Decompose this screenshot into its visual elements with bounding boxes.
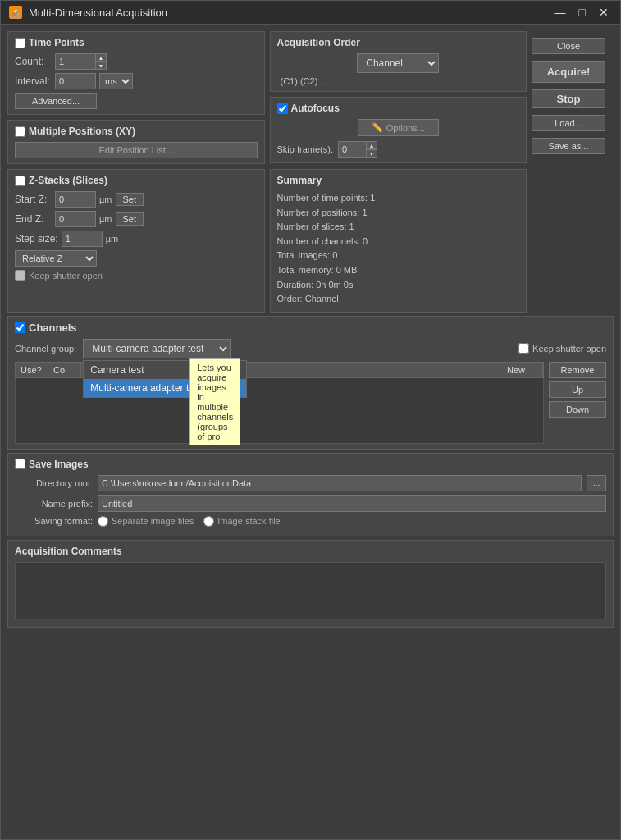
name-prefix-input[interactable] (98, 495, 606, 512)
summary-line: Total images: 0 (277, 249, 520, 263)
keep-shutter-channels-checkbox[interactable] (518, 343, 529, 354)
pencil-icon: ✏️ (372, 122, 383, 133)
skip-down-button[interactable]: ▼ (366, 149, 377, 158)
down-channel-button[interactable]: Down (549, 401, 606, 418)
channel-option-camera-test[interactable]: Camera test (84, 361, 246, 379)
acquisition-comments-section: Acquisition Comments (7, 540, 614, 628)
saving-format-options: Separate image files Image stack file (98, 516, 281, 527)
stack-file-label: Image stack file (217, 516, 280, 526)
autofocus-panel: Autofocus ✏️ Options... Skip frame(s): ▲ (270, 97, 527, 163)
up-channel-button[interactable]: Up (549, 381, 606, 398)
save-images-checkbox[interactable] (15, 459, 25, 469)
dir-root-label: Directory root: (15, 478, 93, 488)
dir-root-input[interactable] (98, 475, 582, 491)
maximize-button[interactable]: □ (576, 6, 589, 19)
step-size-input[interactable] (62, 231, 103, 247)
separate-files-radio[interactable] (98, 516, 108, 527)
channels-checkbox[interactable] (15, 322, 25, 333)
summary-lines: Number of time points: 1Number of positi… (277, 191, 520, 307)
minimize-button[interactable]: — (551, 6, 569, 19)
save-images-section: Save Images Directory root: ... Name pre… (7, 453, 614, 536)
channels-side-buttons: Remove Up Down (549, 362, 606, 418)
autofocus-checkbox[interactable] (277, 103, 288, 114)
remove-channel-button[interactable]: Remove (549, 362, 606, 378)
z-stacks-checkbox-label[interactable]: Z-Stacks (Slices) (15, 175, 107, 186)
close-window-button[interactable]: ✕ (596, 6, 612, 19)
stack-file-radio[interactable] (203, 516, 214, 527)
app-icon: 🔬 (9, 6, 22, 19)
col-use: Use? (16, 363, 48, 377)
end-z-unit: µm (99, 214, 112, 224)
count-up-button[interactable]: ▲ (95, 53, 107, 62)
time-points-panel: Time Points Count: ▲ ▼ Interval: (7, 31, 265, 115)
right-action-buttons: Close Acquire! Stop Load... Save as... (532, 31, 614, 164)
channels-checkbox-label[interactable]: Channels (15, 322, 77, 334)
channel-option-multi-camera[interactable]: Multi-camera adapter test (84, 379, 246, 397)
step-unit: µm (106, 234, 119, 244)
separate-files-option[interactable]: Separate image files (98, 516, 194, 527)
summary-panel: Summary Number of time points: 1Number o… (270, 169, 527, 313)
interval-input[interactable] (55, 73, 96, 89)
keep-shutter-z-label: Keep shutter open (29, 271, 103, 281)
summary-line: Number of slices: 1 (277, 220, 520, 235)
interval-unit-select[interactable]: ms (99, 73, 133, 89)
stop-button[interactable]: Stop (532, 89, 605, 108)
summary-line: Total memory: 0 MB (277, 263, 520, 278)
skip-frames-label: Skip frame(s): (277, 144, 333, 154)
col-config: Co (48, 363, 81, 377)
multiple-positions-checkbox[interactable] (15, 126, 25, 137)
browse-button[interactable]: ... (587, 475, 606, 491)
autofocus-title: Autofocus (291, 103, 340, 114)
acquisition-order-title: Acquisition Order (277, 37, 360, 48)
channel-group-label: Channel group: (15, 344, 76, 354)
start-z-unit: µm (99, 194, 112, 204)
load-button[interactable]: Load... (532, 115, 605, 131)
summary-line: Number of positions: 1 (277, 206, 520, 221)
start-z-input[interactable] (55, 191, 96, 208)
z-stacks-checkbox[interactable] (15, 176, 25, 186)
z-stacks-panel: Z-Stacks (Slices) Start Z: µm Set End Z:… (7, 169, 265, 313)
col-new[interactable]: New (502, 363, 543, 377)
stack-file-option[interactable]: Image stack file (203, 516, 280, 527)
count-label: Count: (15, 56, 52, 67)
save-images-checkbox-label[interactable]: Save Images (15, 459, 89, 470)
start-z-label: Start Z: (15, 194, 52, 205)
edit-position-list-button[interactable]: Edit Position List... (15, 142, 258, 158)
skip-up-button[interactable]: ▲ (366, 141, 377, 149)
time-points-checkbox[interactable] (15, 38, 25, 48)
count-down-button[interactable]: ▼ (95, 62, 107, 70)
multiple-positions-checkbox-label[interactable]: Multiple Positions (XY) (15, 126, 135, 137)
channel-group-dropdown-menu[interactable]: Camera test Multi-camera adapter test (83, 360, 247, 398)
separate-files-label: Separate image files (112, 516, 194, 526)
channel-group-dropdown-wrap: Multi-camera adapter test Camera test Mu… (83, 339, 231, 358)
summary-line: Order: Channel (277, 292, 520, 307)
close-button[interactable]: Close (532, 38, 605, 54)
end-z-input[interactable] (55, 211, 96, 227)
end-z-set-button[interactable]: Set (116, 212, 144, 226)
channel-order-select[interactable]: Channel (357, 53, 439, 73)
time-points-checkbox-label[interactable]: Time Points (15, 37, 84, 48)
comments-textarea[interactable] (15, 562, 606, 619)
skip-frames-input[interactable] (338, 141, 367, 158)
channel-order-text: (C1) (C2) ... (277, 76, 331, 86)
autofocus-options-button[interactable]: ✏️ Options... (358, 119, 439, 136)
comments-title: Acquisition Comments (15, 546, 606, 557)
end-z-label: End Z: (15, 213, 52, 225)
save-as-button[interactable]: Save as... (532, 138, 605, 154)
name-prefix-label: Name prefix: (15, 499, 93, 509)
start-z-set-button[interactable]: Set (116, 193, 144, 206)
count-input[interactable] (55, 53, 96, 70)
acquire-button[interactable]: Acquire! (532, 61, 605, 83)
time-points-title: Time Points (29, 37, 84, 48)
channels-section: Channels Channel group: Multi-camera ada… (7, 316, 614, 450)
channel-group-select[interactable]: Multi-camera adapter test (83, 339, 231, 358)
save-images-title: Save Images (29, 459, 89, 470)
summary-line: Duration: 0h 0m 0s (277, 278, 520, 293)
relative-z-select[interactable]: Relative Z (15, 250, 97, 267)
multiple-positions-title: Multiple Positions (XY) (29, 126, 135, 137)
autofocus-checkbox-label[interactable]: Autofocus (277, 103, 340, 114)
advanced-button[interactable]: Advanced... (15, 93, 97, 109)
z-stacks-title: Z-Stacks (Slices) (29, 175, 107, 186)
keep-shutter-z-checkbox[interactable] (15, 270, 25, 281)
summary-title: Summary (277, 175, 520, 186)
